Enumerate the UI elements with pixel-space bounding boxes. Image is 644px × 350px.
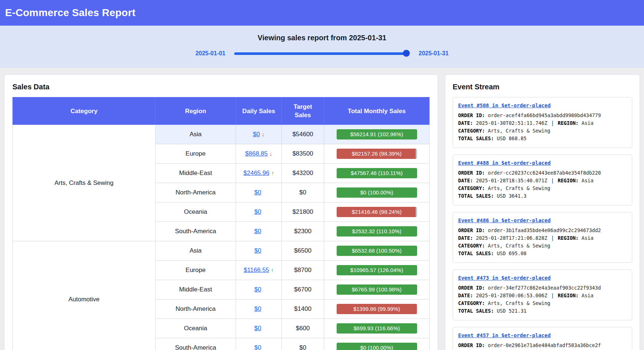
monthly-sales-badge: $6765.99 (100.98%) <box>337 284 417 295</box>
total-sales-cell: $699.93 (116.66%) <box>324 319 430 338</box>
table-row: Automotive Asia $0 $6500 $6532.68 (100.5… <box>13 241 430 261</box>
region-cell: Asia <box>156 125 236 144</box>
event-link[interactable]: Event #473 in $et-order-placed <box>458 275 551 281</box>
event-category: CATEGORY: Arts, Crafts & Sewing <box>458 299 627 307</box>
daily-sales-cell: $0 <box>236 202 282 222</box>
date-slider-thumb[interactable] <box>403 50 410 57</box>
event-card: Event #486 in $et-order-placed ORDER ID:… <box>453 212 632 263</box>
daily-sales-cell: $868.85↓ <box>236 144 282 164</box>
daily-sales-cell: $1166.55↑ <box>236 261 282 280</box>
daily-sales-link[interactable]: $0 <box>253 131 260 138</box>
region-cell: South-America <box>156 338 236 350</box>
event-stream-heading: Event Stream <box>453 83 632 91</box>
daily-sales-link[interactable]: $0 <box>254 325 261 332</box>
total-sales-cell: $82157.26 (98.39%) <box>324 144 430 164</box>
monthly-sales-badge: $1399.86 (99.99%) <box>337 304 417 314</box>
table-row: Arts, Crafts & Sewing Asia $0↓ $54600 $5… <box>13 125 430 144</box>
table-header-row: Category Region Daily Sales Target Sales… <box>13 97 430 125</box>
monthly-sales-badge: $10965.57 (126.04%) <box>337 265 417 275</box>
slider-start-label: 2025-01-01 <box>195 50 225 57</box>
event-order-id: ORDER ID: order-acef4fa66bd945a3abdd9980… <box>458 112 627 119</box>
daily-sales-cell: $0 <box>236 299 282 319</box>
target-sales-cell: $54600 <box>282 125 324 144</box>
event-total-sales: TOTAL SALES: USD 695.08 <box>458 250 627 257</box>
event-date-region: DATE: 2025-01-30T02:51:11.746Z | REGION:… <box>458 119 627 127</box>
daily-sales-cell: $0 <box>236 183 282 202</box>
date-slider-fill <box>234 52 406 55</box>
event-card: Event #488 in $et-order-placed ORDER ID:… <box>453 154 632 205</box>
event-link[interactable]: Event #488 in $et-order-placed <box>458 160 551 166</box>
badge-label: $2532.32 (110.10%) <box>337 226 417 237</box>
daily-sales-link[interactable]: $0 <box>254 305 261 312</box>
category-cell: Automotive <box>13 241 156 350</box>
daily-sales-link[interactable]: $1166.55 <box>244 267 269 273</box>
daily-sales-link[interactable]: $0 <box>254 344 261 350</box>
daily-sales-link[interactable]: $2465.96 <box>243 170 269 176</box>
total-sales-cell: $2532.32 (110.10%) <box>324 222 430 241</box>
region-cell: Asia <box>156 241 236 261</box>
total-sales-cell: $21416.46 (98.24%) <box>324 202 430 222</box>
sales-data-card: Sales Data Category Region Daily Sales T… <box>4 74 438 350</box>
daily-sales-link[interactable]: $0 <box>254 208 261 215</box>
target-sales-cell: $6500 <box>282 241 324 261</box>
total-sales-cell: $0 (100.00%) <box>324 183 430 202</box>
daily-sales-link[interactable]: $868.85 <box>245 150 267 157</box>
event-link[interactable]: Event #486 in $et-order-placed <box>458 217 551 223</box>
event-date-region: DATE: 2025-01-28T18:35:40.071Z | REGION:… <box>458 177 627 185</box>
daily-sales-cell: $2465.96↑ <box>236 164 282 183</box>
event-link[interactable]: Event #508 in $et-order-placed <box>458 103 551 108</box>
badge-label: $0 (100.00%) <box>337 187 417 198</box>
trend-arrow-icon: ↑ <box>271 170 274 176</box>
daily-sales-link[interactable]: $0 <box>254 228 261 235</box>
sales-data-heading: Sales Data <box>12 83 430 91</box>
event-link[interactable]: Event #457 in $et-order-placed <box>458 332 551 338</box>
event-total-sales: TOTAL SALES: USD 521.31 <box>458 307 627 315</box>
badge-label: $699.93 (116.66%) <box>337 323 417 334</box>
event-total-sales: TOTAL SALES: USD 868.85 <box>458 135 627 142</box>
monthly-sales-badge: $0 (100.00%) <box>337 343 417 350</box>
daily-sales-link[interactable]: $0 <box>254 286 261 293</box>
event-category: CATEGORY: Arts, Crafts & Sewing <box>458 242 627 250</box>
region-cell: South-America <box>156 222 236 241</box>
col-header-daily-sales: Daily Sales <box>236 97 282 125</box>
event-order-id: ORDER ID: order-cc20237cc62443ee87ab4e35… <box>458 169 627 177</box>
event-card-partial: Event #457 in $et-order-placed ORDER ID:… <box>453 327 632 350</box>
monthly-sales-badge: $6532.68 (100.50%) <box>337 246 417 256</box>
target-sales-cell: $8700 <box>282 261 324 280</box>
category-cell: Arts, Crafts & Sewing <box>13 125 156 241</box>
event-order-id: ORDER ID: order-3b1faad35bde4e06ad99c2c2… <box>458 227 627 234</box>
event-order-id: ORDER ID: order-0e2961e71a6e484abfadf583… <box>458 342 627 349</box>
col-header-category: Category <box>13 97 156 125</box>
region-cell: Oceania <box>156 319 236 338</box>
badge-label: $82157.26 (98.39%) <box>337 149 417 159</box>
daily-sales-link[interactable]: $0 <box>254 189 261 196</box>
daily-sales-cell: $0 <box>236 338 282 350</box>
event-date-region: DATE: 2025-01-28T00:06:53.006Z | REGION:… <box>458 292 627 299</box>
total-sales-cell: $10965.57 (126.04%) <box>324 261 430 280</box>
monthly-sales-badge: $56214.91 (102.96%) <box>337 129 417 139</box>
daily-sales-cell: $0↓ <box>236 125 282 144</box>
report-range-title: Viewing sales report from 2025-01-31 <box>0 34 644 42</box>
daily-sales-cell: $0 <box>236 241 282 261</box>
total-sales-cell: $1399.86 (99.99%) <box>324 299 430 319</box>
total-sales-cell: $47567.46 (110.11%) <box>324 164 430 183</box>
page-title: E-Commerce Sales Report <box>5 7 135 19</box>
app-header: E-Commerce Sales Report <box>0 0 644 26</box>
total-sales-cell: $6532.68 (100.50%) <box>324 241 430 261</box>
main-content: Sales Data Category Region Daily Sales T… <box>0 68 644 350</box>
daily-sales-cell: $0 <box>236 280 282 299</box>
total-sales-cell: $0 (100.00%) <box>324 338 430 350</box>
region-cell: Middle-East <box>156 164 236 183</box>
daily-sales-link[interactable]: $0 <box>254 247 261 254</box>
region-cell: North-America <box>156 183 236 202</box>
trend-arrow-icon: ↓ <box>262 131 265 137</box>
target-sales-cell: $43200 <box>282 164 324 183</box>
target-sales-cell: $83500 <box>282 144 324 164</box>
col-header-target-sales: Target Sales <box>282 97 324 125</box>
date-slider[interactable] <box>234 52 410 55</box>
sales-table: Category Region Daily Sales Target Sales… <box>12 97 430 350</box>
daily-sales-cell: $0 <box>236 319 282 338</box>
badge-label: $6532.68 (100.50%) <box>337 246 417 256</box>
event-category: CATEGORY: Arts, Crafts & Sewing <box>458 185 627 192</box>
region-cell: Middle-East <box>156 280 236 299</box>
